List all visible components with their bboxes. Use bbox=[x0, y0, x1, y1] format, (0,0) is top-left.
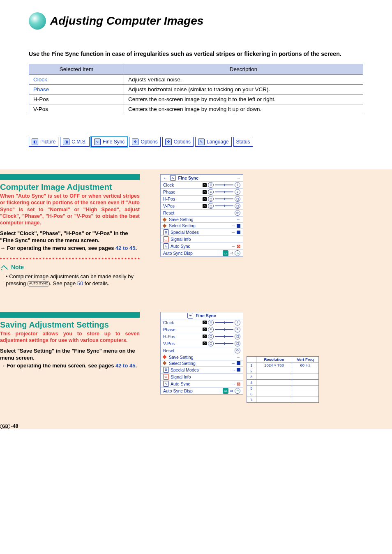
sync-icon: ∿ bbox=[170, 175, 176, 181]
th-selected-item: Selected Item bbox=[29, 64, 124, 75]
cell-clock-desc: Adjusts vertical noise. bbox=[124, 75, 363, 85]
section-divider bbox=[0, 174, 140, 180]
tab-picture[interactable]: ◧Picture bbox=[29, 137, 58, 147]
picture-icon: ◧ bbox=[32, 138, 38, 145]
cell-phase-desc: Adjusts horizontal noise (similar to tra… bbox=[124, 85, 363, 95]
table-row: Phase Adjusts horizontal noise (similar … bbox=[29, 85, 363, 95]
description-table: Selected Item Description Clock Adjusts … bbox=[29, 64, 363, 114]
section1-instruction: Select "Clock", "Phase", "H-Pos" or "V-P… bbox=[0, 230, 140, 244]
autosync-icon: ∿ bbox=[163, 243, 169, 249]
section2-ref: → For operating the menu screen, see pag… bbox=[0, 362, 140, 369]
sync-icon: ∿ bbox=[187, 313, 193, 319]
table-row: H-Pos Centers the on-screen image by mov… bbox=[29, 95, 363, 104]
sync-icon: ∿ bbox=[94, 138, 101, 145]
table-row: V-Pos Centers the on-screen image by mov… bbox=[29, 104, 363, 114]
signal-icon: ▭ bbox=[163, 374, 169, 380]
menu-strip: ◧Picture ◨C.M.S. ∿Fine Sync ❖Options ❖Op… bbox=[29, 137, 363, 147]
section-divider bbox=[0, 312, 140, 318]
reset-icon: ⟳ bbox=[235, 210, 240, 216]
note-text: • Computer image adjustments can be made… bbox=[6, 273, 140, 287]
section1-heading: Computer Image Adjustment bbox=[0, 182, 140, 192]
page-title: Adjusting Computer Images bbox=[50, 14, 203, 28]
signal-icon: ▭ bbox=[163, 236, 169, 242]
section1-lead: When "Auto Sync" is set to OFF or when v… bbox=[0, 193, 140, 226]
tab-language[interactable]: ✎Language bbox=[195, 137, 231, 147]
cell-hpos-desc: Centers the on-screen image by moving it… bbox=[124, 95, 363, 104]
note-header: Note bbox=[0, 258, 140, 272]
tab-options-1[interactable]: ❖Options bbox=[129, 137, 160, 147]
tab-fine-sync[interactable]: ∿Fine Sync bbox=[91, 137, 127, 147]
page-link-42-45-b[interactable]: 42 to 45 bbox=[115, 362, 135, 369]
section1-ref: → For operating the menu screen, see pag… bbox=[0, 245, 140, 251]
auto-sync-button-icon: AUTO SYNC bbox=[28, 281, 50, 286]
arrow-left-icon: ← bbox=[163, 175, 168, 180]
section2-instruction: Select "Save Setting" in the "Fine Sync"… bbox=[0, 348, 140, 362]
tab-cms[interactable]: ◨C.M.S. bbox=[60, 137, 90, 147]
cell-vpos: V-Pos bbox=[29, 104, 124, 114]
header-orb-icon bbox=[29, 12, 46, 30]
arrow-right-icon: → bbox=[236, 175, 241, 180]
osd-panel-1: ← ∿ Fine Sync → Clock0⦀⦀ Phase0≡≡ H-Pos0… bbox=[160, 174, 243, 257]
save-settings-table: Resolution Vert Freq 11024 × 76860 Hz 2 … bbox=[247, 356, 319, 403]
options-icon: ❖ bbox=[132, 138, 138, 145]
tab-status[interactable]: Status bbox=[233, 137, 253, 147]
page-link-42-45[interactable]: 42 to 45 bbox=[115, 245, 135, 251]
modes-icon: ⊞ bbox=[163, 229, 169, 235]
cell-phase[interactable]: Phase bbox=[29, 85, 124, 95]
options-icon: ❖ bbox=[165, 138, 172, 145]
page-link-50[interactable]: 50 bbox=[77, 280, 83, 286]
cell-clock[interactable]: Clock bbox=[29, 75, 124, 85]
section2-heading: Saving Adjustment Settings bbox=[0, 320, 140, 330]
cell-vpos-desc: Centers the on-screen image by moving it… bbox=[124, 104, 363, 114]
cms-icon: ◨ bbox=[63, 138, 69, 145]
page-number: GB-48 bbox=[0, 423, 392, 429]
tab-options-2[interactable]: ❖Options bbox=[162, 137, 194, 147]
osd-panel-2: ∿ Fine Sync Clock0⦀⦀ Phase0≡≡ H-Pos0◻◻ V… bbox=[160, 312, 243, 395]
language-icon: ✎ bbox=[198, 138, 205, 145]
autosync-icon: ∿ bbox=[163, 381, 169, 387]
table-row: Clock Adjusts vertical noise. bbox=[29, 75, 363, 85]
modes-icon: ⊞ bbox=[163, 367, 169, 373]
intro-text: Use the Fine Sync function in case of ir… bbox=[29, 50, 363, 58]
section2-lead: This projector allows you to store up to… bbox=[0, 330, 140, 344]
note-hand-icon bbox=[0, 263, 9, 272]
th-description: Description bbox=[124, 64, 363, 75]
cell-hpos: H-Pos bbox=[29, 95, 124, 104]
reset-icon: ⟳ bbox=[235, 348, 240, 353]
